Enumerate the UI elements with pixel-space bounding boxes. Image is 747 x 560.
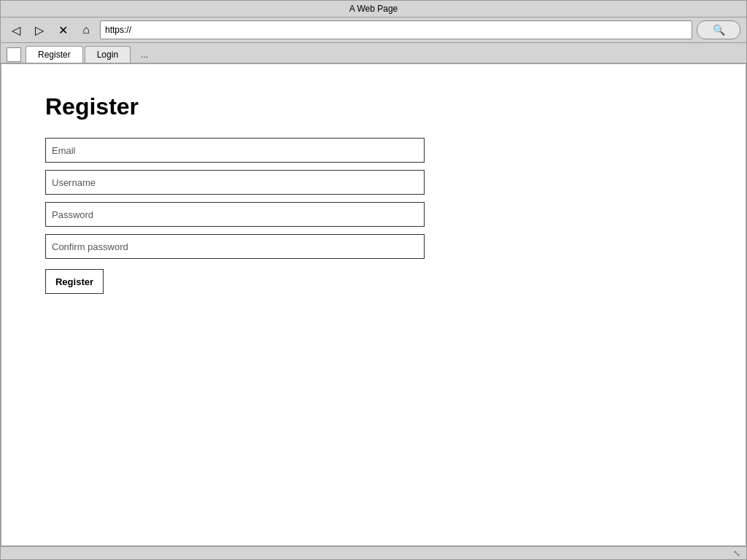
confirm-password-field[interactable] bbox=[45, 234, 425, 259]
forward-icon: ▷ bbox=[35, 23, 44, 37]
browser-title: A Web Page bbox=[349, 4, 398, 14]
forward-button[interactable]: ▷ bbox=[30, 20, 49, 39]
username-field[interactable] bbox=[45, 170, 425, 195]
search-button[interactable]: 🔍 bbox=[697, 20, 740, 39]
title-bar: A Web Page bbox=[1, 1, 746, 18]
browser-window: A Web Page ◁ ▷ ✕ ⌂ 🔍 Register Login ... bbox=[0, 0, 747, 560]
register-button[interactable]: Register bbox=[45, 269, 104, 294]
tab-favicon bbox=[7, 47, 21, 62]
email-field[interactable] bbox=[45, 138, 425, 163]
status-bar: ⤡ bbox=[1, 546, 746, 559]
back-icon: ◁ bbox=[12, 23, 20, 37]
resize-handle-icon: ⤡ bbox=[733, 548, 743, 559]
password-field[interactable] bbox=[45, 202, 425, 227]
back-button[interactable]: ◁ bbox=[7, 20, 26, 39]
tab-bar: Register Login ... bbox=[1, 43, 746, 63]
register-form: Register bbox=[45, 138, 425, 294]
home-button[interactable]: ⌂ bbox=[77, 20, 96, 39]
tab-more[interactable]: ... bbox=[132, 47, 157, 63]
tab-register[interactable]: Register bbox=[26, 46, 83, 63]
close-icon: ✕ bbox=[58, 23, 68, 37]
tab-login[interactable]: Login bbox=[85, 46, 131, 63]
page-content: Register Register bbox=[1, 63, 746, 546]
stop-button[interactable]: ✕ bbox=[53, 20, 72, 39]
home-icon: ⌂ bbox=[82, 23, 90, 36]
address-bar[interactable] bbox=[100, 20, 692, 39]
toolbar: ◁ ▷ ✕ ⌂ 🔍 bbox=[1, 18, 746, 43]
search-icon: 🔍 bbox=[713, 24, 725, 36]
page-title: Register bbox=[45, 93, 702, 120]
